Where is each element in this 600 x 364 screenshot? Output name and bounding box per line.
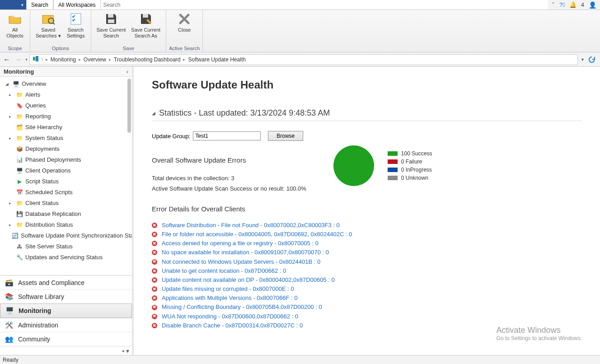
wb-label: Community bbox=[18, 336, 50, 343]
collapse-ribbon-icon[interactable]: ˄ bbox=[552, 1, 555, 8]
error-link[interactable]: Unable to get content location - 0x87D00… bbox=[162, 267, 286, 275]
crumb-troubleshooting[interactable]: Troubleshooting Dashboard bbox=[114, 56, 181, 63]
error-item[interactable]: ✖File or folder not accessible - 0x80004… bbox=[152, 230, 582, 239]
workspaces-tab[interactable]: All Workspaces bbox=[53, 0, 100, 9]
svg-rect-4 bbox=[108, 14, 113, 18]
close-search-button[interactable]: Close bbox=[172, 11, 197, 46]
tree-node-client-operations[interactable]: 🖥️ Client Operations bbox=[0, 165, 132, 176]
client-ops-icon: 🖥️ bbox=[16, 168, 23, 174]
tree-node-script-status[interactable]: ▶ Script Status bbox=[0, 176, 132, 187]
browse-button[interactable]: Browse bbox=[268, 131, 303, 141]
phased-icon: 📊 bbox=[16, 157, 23, 163]
all-objects-button[interactable]: All Objects bbox=[3, 11, 27, 46]
tree-node-db-replication[interactable]: 💾 Database Replication bbox=[0, 209, 132, 219]
saved-searches-button[interactable]: Saved Searches ▾ bbox=[33, 11, 64, 46]
tree-node-deployments[interactable]: 📦 Deployments bbox=[0, 144, 132, 154]
tree-node-system-status[interactable]: ▸📁 System Status bbox=[0, 133, 132, 144]
tree-node-label: Distribution Status bbox=[25, 221, 73, 229]
tree-node-label: Scheduled Scripts bbox=[25, 188, 73, 196]
folder-icon: 📁 bbox=[16, 200, 23, 206]
refresh-button[interactable] bbox=[586, 56, 598, 63]
error-link[interactable]: Update content not available on DP - 0x8… bbox=[162, 276, 335, 284]
tree-node-site-server-status[interactable]: 🖧 Site Server Status bbox=[0, 241, 132, 252]
assets-icon: 🗃️ bbox=[5, 279, 14, 287]
svg-rect-0 bbox=[42, 15, 53, 23]
notification-bell-icon[interactable]: 🔔 bbox=[569, 1, 577, 8]
breadcrumb[interactable]: \ ▸ Monitoring ▸ Overview ▸ Troubleshoot… bbox=[29, 54, 578, 65]
error-link[interactable]: Disable Branch Cache - 0x87D00314,0x87D0… bbox=[162, 322, 303, 330]
error-item[interactable]: ✖Access denied for opening a file or reg… bbox=[152, 239, 582, 248]
breadcrumb-bar: ← → ▾ \ ▸ Monitoring ▸ Overview ▸ Troubl… bbox=[0, 52, 600, 67]
tree-node-alerts[interactable]: ▸📁 Alerts bbox=[0, 89, 132, 100]
breadcrumb-home-icon[interactable] bbox=[33, 56, 39, 63]
tree-node-label: Reporting bbox=[25, 112, 51, 121]
tree-node-site-hierarchy[interactable]: 🗂️ Site Hierarchy bbox=[0, 122, 132, 133]
legend-swatch-inprogress bbox=[388, 168, 398, 172]
tree-node-queries[interactable]: 🔖 Queries bbox=[0, 100, 132, 111]
crumb-monitoring[interactable]: Monitoring bbox=[51, 56, 76, 63]
wb-software-library[interactable]: 📚 Software Library bbox=[0, 289, 132, 303]
tree-node-client-status[interactable]: ▸📁 Client Status bbox=[0, 198, 132, 209]
help-icon[interactable]: ?⃝ bbox=[559, 1, 565, 8]
page-title: Software Update Health bbox=[152, 79, 582, 91]
crumb-software-update-health[interactable]: Software Update Health bbox=[188, 56, 245, 63]
ribbon-group-options: Saved Searches ▾ Search Settings Options bbox=[30, 10, 91, 52]
save-current-search-button[interactable]: Save Current Search bbox=[94, 11, 129, 46]
update-group-input[interactable] bbox=[193, 131, 261, 140]
error-item[interactable]: ✖Missing / Conflicting Boundary - 0x8007… bbox=[152, 303, 582, 312]
collapse-left-panel-icon[interactable]: ‹ bbox=[127, 68, 128, 75]
ribbon-group-scope: All Objects Scope bbox=[0, 10, 30, 52]
wb-administration[interactable]: 🛠️ Administration bbox=[0, 318, 132, 332]
tree-node-reporting[interactable]: ▸📁 Reporting bbox=[0, 111, 132, 122]
wb-assets[interactable]: 🗃️ Assets and Compliance bbox=[0, 275, 132, 289]
error-list: ✖Software Distribution - File not Found … bbox=[152, 221, 582, 330]
search-settings-button[interactable]: Search Settings bbox=[64, 11, 88, 46]
tree-node-updates-servicing[interactable]: 🔧 Updates and Servicing Status bbox=[0, 252, 132, 263]
error-bullet-icon: ✖ bbox=[152, 286, 157, 292]
legend-swatch-failure bbox=[388, 159, 398, 164]
crumb-overview[interactable]: Overview bbox=[84, 56, 106, 63]
wb-monitoring[interactable]: 🖥️ Monitoring bbox=[0, 303, 132, 318]
nav-history-dropdown[interactable]: ▾ bbox=[25, 57, 28, 62]
nav-back-button[interactable]: ← bbox=[2, 55, 12, 65]
tree-node-distribution-status[interactable]: ▸📁 Distribution Status bbox=[0, 219, 132, 230]
error-link[interactable]: Applications with Multiple Versions - 0x… bbox=[162, 294, 298, 302]
error-item[interactable]: ✖Unable to get content location - 0x87D0… bbox=[152, 266, 582, 275]
nav-forward-button[interactable]: → bbox=[14, 55, 23, 65]
wb-overflow-button[interactable]: ▪ ▾ bbox=[0, 346, 132, 355]
error-link[interactable]: File or folder not accessible - 0x800040… bbox=[162, 230, 352, 238]
save-current-label: Save Current Search bbox=[97, 27, 126, 39]
error-link[interactable]: Software Distribution - File not Found -… bbox=[162, 221, 340, 229]
error-link[interactable]: Not connected to Windows Update Servers … bbox=[162, 258, 320, 266]
error-item[interactable]: ✖Software Distribution - File not Found … bbox=[152, 221, 582, 230]
user-icon[interactable]: 👤 bbox=[589, 1, 596, 9]
statistics-section-header[interactable]: ◢ Statistics - Last updated: 3/13/2024 9… bbox=[152, 108, 582, 121]
error-link[interactable]: No space available for installation - 0x… bbox=[162, 248, 329, 257]
error-item[interactable]: ✖Applications with Multiple Versions - 0… bbox=[152, 294, 582, 303]
error-item[interactable]: ✖Update files missing or corrupted - 0x8… bbox=[152, 285, 582, 294]
error-link[interactable]: Update files missing or corrupted - 0x80… bbox=[162, 285, 294, 293]
file-menu-button[interactable] bbox=[0, 0, 26, 9]
save-current-search-as-button[interactable]: Save Current Search As bbox=[128, 11, 163, 46]
update-group-label: Update Group: bbox=[152, 133, 190, 140]
tree-node-scheduled-scripts[interactable]: 📅 Scheduled Scripts bbox=[0, 187, 132, 198]
tree-node-label: Database Replication bbox=[25, 210, 81, 218]
error-link[interactable]: WUA Not responding - 0x87D00600,0x87D006… bbox=[162, 313, 298, 321]
global-search-input[interactable] bbox=[101, 0, 548, 9]
error-item[interactable]: ✖WUA Not responding - 0x87D00600,0x87D00… bbox=[152, 312, 582, 321]
tree-node-overview[interactable]: ◢ 🖥️ Overview bbox=[0, 79, 132, 89]
folder-icon: 📁 bbox=[16, 222, 23, 228]
wb-label: Software Library bbox=[18, 293, 64, 300]
error-bullet-icon: ✖ bbox=[152, 305, 157, 310]
error-item[interactable]: ✖No space available for installation - 0… bbox=[152, 248, 582, 257]
error-item[interactable]: ✖Not connected to Windows Update Servers… bbox=[152, 257, 582, 266]
search-tab[interactable]: Search bbox=[26, 0, 53, 9]
tree-node-phased-deployments[interactable]: 📊 Phased Deployments bbox=[0, 154, 132, 165]
breadcrumb-more-dropdown[interactable]: ▾ bbox=[580, 57, 584, 62]
error-item[interactable]: ✖Update content not available on DP - 0x… bbox=[152, 275, 582, 285]
wb-community[interactable]: 👥 Community bbox=[0, 332, 132, 346]
tree-node-sup-sync[interactable]: 🔄 Software Update Point Synchronization … bbox=[0, 230, 132, 241]
overall-errors-heading: Overall Software Update Errors bbox=[152, 156, 306, 164]
error-link[interactable]: Missing / Conflicting Boundary - 0x80070… bbox=[162, 303, 322, 311]
error-link[interactable]: Access denied for opening a file or regi… bbox=[162, 239, 319, 247]
